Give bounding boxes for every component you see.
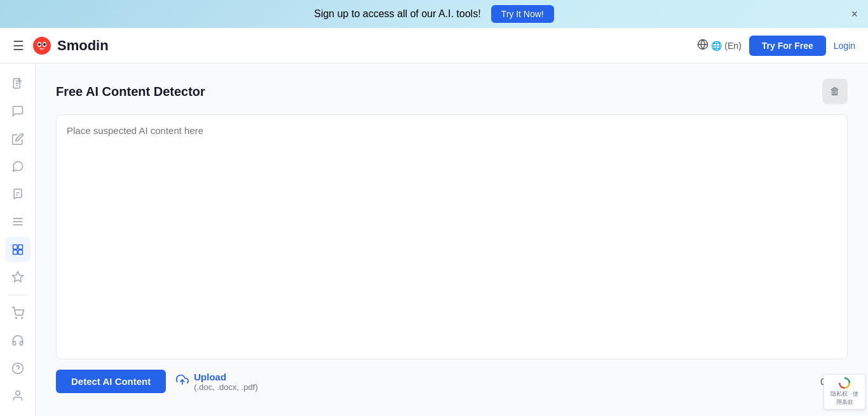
svg-rect-11 bbox=[13, 245, 17, 249]
upload-info: Upload (.doc, .docx, .pdf) bbox=[194, 372, 257, 392]
detect-button[interactable]: Detect AI Content bbox=[56, 370, 166, 393]
svg-point-19 bbox=[15, 391, 20, 396]
announcement-banner: Sign up to access all of our A.I. tools!… bbox=[0, 0, 868, 28]
sidebar-item-list[interactable] bbox=[5, 210, 31, 235]
main-content: Free AI Content Detector 🗑 Detect AI Con… bbox=[36, 64, 868, 416]
header: ☰ Smodin 🌐 (En) Try For bbox=[0, 28, 868, 64]
text-area-wrapper bbox=[56, 114, 848, 359]
svg-point-17 bbox=[12, 363, 23, 373]
sidebar-item-support[interactable] bbox=[5, 328, 31, 353]
logo-link[interactable]: Smodin bbox=[32, 36, 109, 56]
svg-point-16 bbox=[21, 317, 22, 318]
header-left: ☰ Smodin bbox=[13, 36, 109, 56]
svg-rect-12 bbox=[18, 245, 22, 249]
sidebar-item-message[interactable] bbox=[5, 154, 31, 180]
language-button[interactable]: 🌐 (En) bbox=[697, 39, 741, 52]
svg-point-3 bbox=[38, 43, 41, 46]
lang-label: 🌐 (En) bbox=[711, 41, 741, 51]
trash-icon: 🗑 bbox=[830, 86, 840, 97]
sidebar-item-cart[interactable] bbox=[5, 300, 31, 326]
recaptcha-badge: 隐私权 · 使用条款 bbox=[824, 374, 865, 410]
upload-icon bbox=[176, 373, 189, 390]
content-input[interactable] bbox=[57, 115, 847, 356]
try-free-button[interactable]: Try For Free bbox=[749, 36, 826, 56]
sidebar-item-star[interactable] bbox=[5, 265, 31, 290]
footer-left: Detect AI Content Upload (.doc, .docx, .… bbox=[56, 370, 258, 393]
sidebar-item-chat[interactable] bbox=[5, 99, 31, 124]
recaptcha-text: 隐私权 · 使用条款 bbox=[831, 391, 858, 405]
sidebar-item-ai-detector[interactable] bbox=[5, 237, 31, 262]
sidebar-item-document[interactable] bbox=[5, 71, 31, 97]
hamburger-icon: ☰ bbox=[13, 39, 24, 53]
svg-point-15 bbox=[15, 317, 17, 318]
banner-close-button[interactable]: × bbox=[851, 8, 858, 21]
banner-text: Sign up to access all of our A.I. tools! bbox=[314, 8, 480, 20]
logo-text: Smodin bbox=[57, 37, 109, 54]
clear-button[interactable]: 🗑 bbox=[822, 79, 848, 104]
sidebar-item-feedback[interactable] bbox=[5, 182, 31, 207]
svg-point-0 bbox=[33, 37, 51, 55]
upload-area[interactable]: Upload (.doc, .docx, .pdf) bbox=[176, 372, 257, 392]
page-layout: Free AI Content Detector 🗑 Detect AI Con… bbox=[0, 64, 868, 416]
sidebar-item-edit[interactable] bbox=[5, 126, 31, 152]
sidebar-item-help[interactable] bbox=[5, 356, 31, 381]
banner-cta-button[interactable]: Try It Now! bbox=[491, 5, 554, 23]
svg-rect-14 bbox=[18, 250, 22, 255]
svg-point-4 bbox=[43, 43, 46, 46]
login-button[interactable]: Login bbox=[834, 41, 855, 51]
sidebar-item-user[interactable] bbox=[5, 383, 31, 408]
sidebar bbox=[0, 64, 36, 416]
page-title: Free AI Content Detector bbox=[56, 84, 205, 99]
page-header: Free AI Content Detector 🗑 bbox=[56, 79, 848, 104]
upload-label: Upload bbox=[194, 372, 257, 382]
footer-actions: Detect AI Content Upload (.doc, .docx, .… bbox=[56, 370, 848, 393]
sidebar-divider bbox=[8, 295, 27, 295]
translate-icon bbox=[697, 39, 709, 52]
header-right: 🌐 (En) Try For Free Login bbox=[697, 36, 855, 56]
menu-button[interactable]: ☰ bbox=[13, 38, 24, 53]
logo-icon bbox=[32, 36, 52, 56]
svg-rect-13 bbox=[13, 250, 17, 255]
upload-hint: (.doc, .docx, .pdf) bbox=[194, 382, 257, 392]
